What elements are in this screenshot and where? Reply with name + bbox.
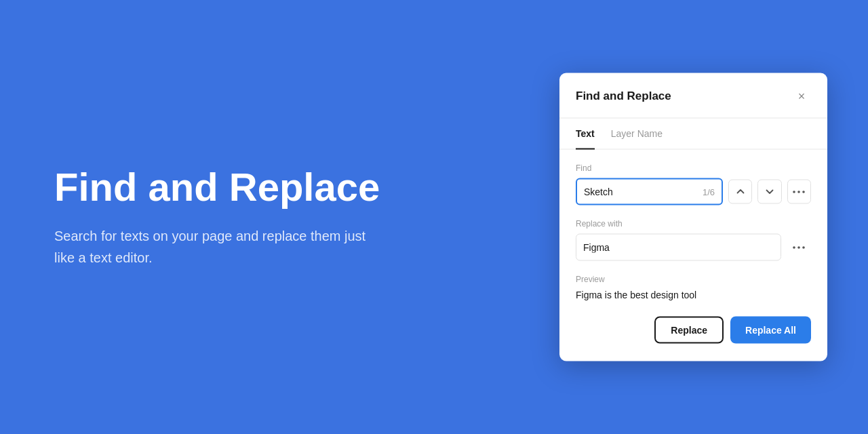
find-count: 1/6 — [703, 186, 715, 197]
replace-all-button[interactable]: Replace All — [730, 317, 811, 344]
dialog-tabs: Text Layer Name — [559, 119, 827, 150]
dialog-title: Find and Replace — [576, 90, 671, 103]
background: Find and Replace Search for texts on you… — [0, 0, 868, 434]
svg-point-0 — [793, 191, 796, 193]
replace-label: Replace with — [576, 219, 811, 229]
preview-text: Figma is the best design tool — [576, 290, 811, 300]
find-replace-dialog: Find and Replace × Text Layer Name Find … — [559, 73, 827, 361]
replace-button[interactable]: Replace — [654, 317, 724, 344]
find-input-wrapper: 1/6 — [576, 178, 723, 205]
preview-label: Preview — [576, 275, 811, 284]
replace-more-button[interactable] — [787, 235, 811, 260]
replace-input-wrapper — [576, 234, 781, 261]
tab-text[interactable]: Text — [576, 119, 595, 150]
find-input[interactable] — [584, 186, 703, 197]
replace-row — [576, 234, 811, 261]
svg-point-2 — [803, 191, 806, 193]
navigate-down-button[interactable] — [757, 180, 781, 204]
replace-input[interactable] — [583, 242, 774, 253]
tab-layer-name[interactable]: Layer Name — [611, 119, 663, 150]
find-row: 1/6 — [576, 178, 811, 205]
find-more-button[interactable] — [787, 180, 811, 204]
svg-point-5 — [802, 246, 805, 249]
dialog-body: Find 1/6 — [559, 150, 827, 361]
find-label: Find — [576, 163, 811, 173]
dialog-header: Find and Replace × — [559, 73, 827, 119]
dialog-footer: Replace Replace All — [576, 317, 811, 348]
svg-point-3 — [793, 246, 795, 249]
svg-point-1 — [798, 191, 801, 193]
page-title: Find and Replace — [54, 165, 475, 209]
close-button[interactable]: × — [792, 87, 811, 106]
page-subtitle: Search for texts on your page and replac… — [54, 225, 380, 269]
navigate-up-button[interactable] — [728, 180, 752, 204]
svg-point-4 — [797, 246, 800, 249]
left-content: Find and Replace Search for texts on you… — [54, 165, 475, 269]
